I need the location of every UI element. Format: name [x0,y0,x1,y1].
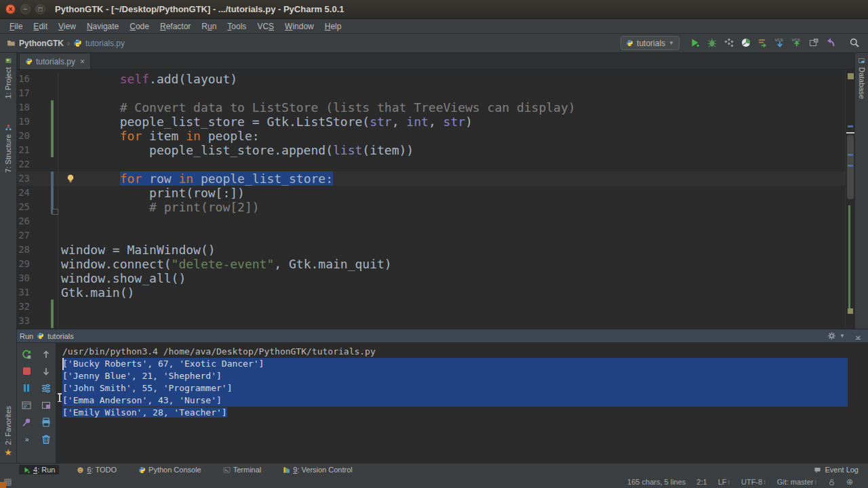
window-purple-button[interactable] [39,398,54,413]
menu-vcs[interactable]: VCS [252,20,279,33]
menu-code[interactable]: Code [124,20,155,33]
selected-code: for row in people_list_store: [120,171,333,186]
tool-button-project[interactable]: 1: Project [0,53,16,102]
profile-button[interactable] [737,35,754,50]
event-log-button[interactable]: Event Log [825,466,859,474]
menu-view[interactable]: View [53,20,81,33]
filter-button[interactable] [39,381,54,396]
up-icon [41,349,52,360]
pin-icon [21,417,32,428]
line-number[interactable]: 29 [17,257,58,271]
diff-button[interactable] [805,35,822,50]
toolwindow-button-4-run[interactable]: 4: Run [19,465,59,474]
tool-window-bar: 4: Run6: TODOPython ConsoleTerminal9: Ve… [0,463,868,476]
folder-icon [7,39,16,47]
caret-position[interactable]: 2:1 [696,478,707,486]
code-line: 24 print(row[:]) [17,186,854,200]
coverage-button[interactable] [720,35,737,50]
stripe-mark[interactable] [847,135,854,199]
fold-marker-icon[interactable] [52,209,58,215]
toolwindow-button-terminal[interactable]: Terminal [219,465,266,474]
menu-tools[interactable]: Tools [222,20,252,33]
encoding-select[interactable]: UTF-8↕ [741,478,766,486]
stop-button[interactable] [19,364,34,379]
menu-run[interactable]: Run [196,20,222,33]
gear-icon[interactable] [827,331,836,340]
stripe-mark[interactable] [848,165,853,167]
menu-navigate[interactable]: Navigate [81,20,124,33]
line-number[interactable]: 27 [17,228,58,243]
vcs-change-bar[interactable] [51,100,54,157]
code-line: 16 self.add(layout) [17,72,854,86]
down-icon [41,366,52,377]
stripe-mark[interactable] [848,73,854,79]
menu-window[interactable]: Window [279,20,319,33]
code-text: people_list_store.append(list(item)) [58,143,414,157]
menu-refactor[interactable]: Refactor [155,20,196,33]
line-number[interactable]: 26 [17,214,58,228]
tool-button-database[interactable]: Database [855,53,868,103]
up-button[interactable] [39,347,54,362]
printer-button[interactable] [39,415,54,430]
intention-bulb-icon[interactable] [66,173,75,187]
code-line: 28window = MainWindow() [17,243,854,257]
vcs-commit-button[interactable]: VCS [788,35,805,50]
maximize-window-icon[interactable]: □ [35,4,45,14]
stripe-mark[interactable] [848,125,853,127]
line-number[interactable]: 31 [17,285,58,300]
breadcrumb-file[interactable]: tutorials.py [85,39,125,48]
rollback-button[interactable] [822,35,839,50]
hide-panel-icon[interactable] [854,331,863,340]
vcs-update-button[interactable]: VCS [771,35,788,50]
toolwindow-button-python-console[interactable]: Python Console [134,465,205,474]
highlighting-level-icon[interactable]: ⊕ [846,477,853,487]
stripe-mark[interactable] [846,132,854,134]
run-console[interactable]: /usr/bin/python3.4 /home/ava/Desktop/Pyt… [56,343,868,463]
chevron-down-icon: ▼ [669,40,674,46]
selection-info: 165 chars, 5 lines [627,478,686,486]
toolwindow-button-6-todo[interactable]: 6: TODO [73,465,121,474]
menu-file[interactable]: File [4,20,28,33]
line-number[interactable]: 16 [17,72,58,86]
editor-tab-tutorials[interactable]: tutorials.py × [19,53,91,69]
close-window-icon[interactable]: × [5,4,16,14]
breadcrumb-project[interactable]: PythonGTK [19,39,64,48]
menu-edit[interactable]: Edit [28,20,53,33]
vcs-change-bar[interactable] [51,171,54,214]
vcs-change-bar[interactable] [51,300,54,328]
stripe-mark[interactable] [848,205,850,310]
readonly-lock-icon[interactable] [828,479,835,486]
tool-button-favorites[interactable]: 2: Favorites ★ [0,402,16,462]
pin-button[interactable] [19,415,34,430]
vcs-branch-select[interactable]: Git: master↕ [777,478,817,486]
search-button[interactable] [846,35,863,50]
run-button[interactable] [686,35,703,50]
down-button[interactable] [39,364,54,379]
run-configuration-select[interactable]: tutorials ▼ [620,36,679,50]
line-number[interactable]: 28 [17,243,58,257]
editor[interactable]: 16 self.add(layout)1718 # Convert data t… [17,70,854,329]
line-ending-select[interactable]: LF↕ [718,478,730,486]
stripe-mark[interactable] [848,308,853,314]
more-button[interactable]: » [19,432,34,447]
pause-button[interactable] [19,381,34,396]
close-tab-icon[interactable]: × [80,57,85,66]
line-number[interactable]: 30 [17,271,58,285]
editor-error-stripe[interactable] [845,70,854,329]
code-text [58,157,61,171]
debug-button[interactable] [703,35,720,50]
run-settings-button[interactable] [754,35,771,50]
toolwindow-button-9-version-control[interactable]: 9: Version Control [279,465,356,474]
rerun-button[interactable] [19,347,34,362]
line-number[interactable]: 22 [17,157,58,171]
minimize-window-icon[interactable]: − [20,4,31,14]
favorites-tab-label: 2: Favorites [4,406,12,445]
stripe-mark[interactable] [848,154,853,156]
run-icon [690,37,701,48]
console-layout-button[interactable] [19,398,34,413]
tool-button-structure[interactable]: 7: Structure [0,120,16,177]
menu-help[interactable]: Help [319,20,347,33]
trash-icon [41,434,52,445]
trash-button[interactable] [39,432,54,447]
line-number[interactable]: 17 [17,86,58,100]
